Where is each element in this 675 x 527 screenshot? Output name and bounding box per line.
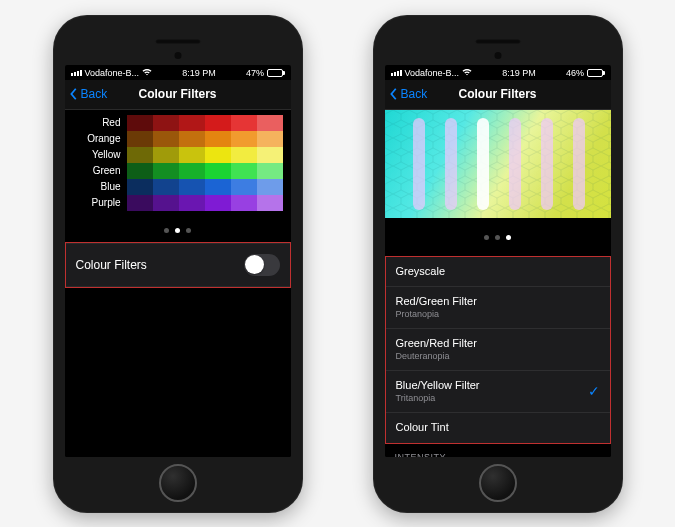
battery-pct: 46%	[566, 68, 584, 78]
swatch-cell	[153, 131, 179, 147]
swatch-cell	[205, 195, 231, 211]
front-sensor	[174, 52, 181, 59]
chevron-left-icon	[389, 87, 399, 101]
filter-title: Greyscale	[396, 265, 600, 278]
swatch-label: Purple	[77, 197, 127, 208]
swatch-row: Purple	[73, 195, 283, 211]
page-dot[interactable]	[186, 228, 191, 233]
swatch-label: Red	[77, 117, 127, 128]
filter-option[interactable]: Green/Red FilterDeuteranopia	[386, 329, 610, 371]
swatch-cell	[127, 179, 153, 195]
signal-icon	[71, 70, 82, 76]
swatch-cell	[127, 195, 153, 211]
preview-stripe	[509, 118, 521, 210]
preview-stripe	[413, 118, 425, 210]
back-label: Back	[401, 87, 428, 101]
signal-icon	[391, 70, 402, 76]
hexagon-preview[interactable]	[385, 110, 611, 218]
filter-option[interactable]: Blue/Yellow FilterTritanopia✓	[386, 371, 610, 413]
swatch-cell	[205, 179, 231, 195]
page-dots[interactable]	[385, 218, 611, 250]
status-time: 8:19 PM	[182, 68, 216, 78]
carrier-label: Vodafone-B...	[405, 68, 460, 78]
swatch-cell	[205, 163, 231, 179]
back-button[interactable]: Back	[65, 87, 108, 101]
swatch-cell	[231, 163, 257, 179]
chevron-left-icon	[69, 87, 79, 101]
swatch-cell	[127, 115, 153, 131]
screen-right: Vodafone-B... 8:19 PM 46% Back Colour Fi…	[385, 65, 611, 457]
page-dot[interactable]	[175, 228, 180, 233]
swatch-cell	[153, 147, 179, 163]
swatch-row: Yellow	[73, 147, 283, 163]
filter-subtitle: Deuteranopia	[396, 351, 600, 362]
filter-option[interactable]: Colour Tint	[386, 413, 610, 443]
swatch-label: Green	[77, 165, 127, 176]
status-time: 8:19 PM	[502, 68, 536, 78]
page-dot[interactable]	[484, 235, 489, 240]
page-dot[interactable]	[164, 228, 169, 233]
swatch-cell	[257, 163, 283, 179]
battery-icon	[267, 69, 285, 77]
toggle-switch[interactable]	[244, 254, 280, 276]
speaker-grille	[475, 39, 521, 44]
filter-option[interactable]: Greyscale	[386, 257, 610, 287]
swatch-cell	[205, 131, 231, 147]
content-right: GreyscaleRed/Green FilterProtanopiaGreen…	[385, 110, 611, 457]
swatch-cell	[127, 147, 153, 163]
toggle-label: Colour Filters	[76, 258, 147, 272]
swatch-cell	[257, 131, 283, 147]
swatch-cell	[205, 115, 231, 131]
phone-frame-left: Vodafone-B... 8:19 PM 47% Back Colour Fi…	[53, 15, 303, 513]
front-sensor	[494, 52, 501, 59]
swatch-cell	[257, 195, 283, 211]
highlighted-region: Colour Filters	[65, 242, 291, 288]
status-bar: Vodafone-B... 8:19 PM 46%	[385, 65, 611, 80]
nav-bar: Back Colour Filters	[385, 80, 611, 110]
swatch-cell	[231, 115, 257, 131]
phone-frame-right: Vodafone-B... 8:19 PM 46% Back Colour Fi…	[373, 15, 623, 513]
preview-stripe	[445, 118, 457, 210]
home-button[interactable]	[159, 464, 197, 502]
swatch-cell	[231, 147, 257, 163]
page-dot[interactable]	[495, 235, 500, 240]
swatch-cell	[179, 195, 205, 211]
swatch-row: Green	[73, 163, 283, 179]
colour-filters-toggle-row[interactable]: Colour Filters	[66, 243, 290, 287]
filter-option[interactable]: Red/Green FilterProtanopia	[386, 287, 610, 329]
swatch-cell	[179, 115, 205, 131]
preview-stripe	[573, 118, 585, 210]
page-dots[interactable]	[73, 211, 283, 243]
filter-title: Blue/Yellow Filter	[396, 379, 600, 392]
swatch-row: Blue	[73, 179, 283, 195]
status-bar: Vodafone-B... 8:19 PM 47%	[65, 65, 291, 80]
back-button[interactable]: Back	[385, 87, 428, 101]
filter-title: Colour Tint	[396, 421, 600, 434]
swatch-label: Blue	[77, 181, 127, 192]
wifi-icon	[142, 68, 152, 78]
swatch-cell	[179, 179, 205, 195]
filter-list: GreyscaleRed/Green FilterProtanopiaGreen…	[385, 256, 611, 444]
swatch-row: Orange	[73, 131, 283, 147]
swatch-label: Yellow	[77, 149, 127, 160]
preview-stripe	[541, 118, 553, 210]
filter-subtitle: Tritanopia	[396, 393, 600, 404]
home-button[interactable]	[479, 464, 517, 502]
swatch-cell	[179, 163, 205, 179]
swatch-cell	[127, 131, 153, 147]
colour-swatch-preview[interactable]: RedOrangeYellowGreenBluePurple	[65, 110, 291, 243]
wifi-icon	[462, 68, 472, 78]
swatch-cell	[153, 163, 179, 179]
nav-bar: Back Colour Filters	[65, 80, 291, 110]
screen-left: Vodafone-B... 8:19 PM 47% Back Colour Fi…	[65, 65, 291, 457]
swatch-cell	[179, 147, 205, 163]
carrier-label: Vodafone-B...	[85, 68, 140, 78]
battery-icon	[587, 69, 605, 77]
swatch-cell	[231, 195, 257, 211]
swatch-cell	[205, 147, 231, 163]
page-dot[interactable]	[506, 235, 511, 240]
intensity-header: INTENSITY	[385, 444, 611, 457]
back-label: Back	[81, 87, 108, 101]
speaker-grille	[155, 39, 201, 44]
swatch-cell	[153, 115, 179, 131]
